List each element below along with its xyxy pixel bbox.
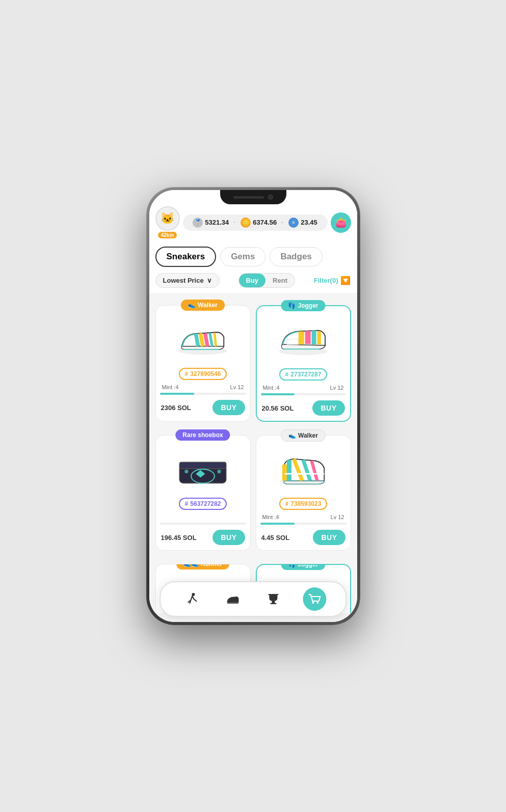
buy-button-4[interactable]: BUY <box>313 530 345 545</box>
hash-icon-3: # <box>185 500 189 507</box>
filter-button[interactable]: Filter(0) 🔽 <box>314 276 351 285</box>
svg-point-10 <box>184 470 188 473</box>
shoe-svg-4 <box>275 449 331 490</box>
run-icon <box>184 592 198 606</box>
jogger-icon-6: 👣 <box>288 564 296 568</box>
distance-badge: 42km <box>158 232 177 238</box>
sneakers-icon <box>225 592 239 606</box>
wallet-button[interactable]: 👛 <box>331 212 351 233</box>
nav-sneakers[interactable] <box>221 587 244 611</box>
currency-bar: 🥈 5321.34 🪙 6374.56 ≡ 23.45 <box>183 214 328 231</box>
card-bottom-1: 2306 SOL BUY <box>160 399 246 416</box>
shoe-card-3[interactable]: Rare shoebox <box>155 435 251 551</box>
tabs-container: Sneakers Gems Badges <box>155 247 351 267</box>
chevron-down-icon: ∨ <box>207 277 212 284</box>
svg-rect-7 <box>179 462 226 469</box>
sort-label: Lowest Price <box>163 277 204 284</box>
blue-value: 23.45 <box>301 219 317 226</box>
runner-icon-5: 👟👟 <box>183 564 199 567</box>
nav-marketplace[interactable] <box>303 587 327 611</box>
price-2: 20.56 SOL <box>262 404 294 412</box>
divider1 <box>234 222 235 223</box>
divider2 <box>282 222 283 223</box>
speaker <box>233 196 264 199</box>
tab-gems[interactable]: Gems <box>220 247 265 266</box>
card-bottom-4: 4.45 SOL BUY <box>260 529 347 546</box>
mint-bar-3 <box>160 523 246 525</box>
buy-toggle[interactable]: Buy <box>239 274 266 287</box>
shoe-svg-2 <box>275 319 331 360</box>
cart-icon <box>308 592 322 606</box>
camera <box>268 195 273 200</box>
shoe-stats-4: Mint :4 Lv 12 <box>260 513 347 521</box>
shoe-id-3: # 563727282 <box>179 498 227 510</box>
svg-rect-3 <box>305 331 311 344</box>
svg-rect-2 <box>299 332 304 345</box>
filter-label: Filter(0) <box>314 277 338 284</box>
shoe-image-1 <box>160 314 246 365</box>
trophy-icon <box>267 592 281 606</box>
walker-icon-1: 👟 <box>188 302 196 309</box>
buy-button-1[interactable]: BUY <box>212 400 245 415</box>
shoe-image-2 <box>261 314 346 365</box>
walker-badge-1: 👟 Walker <box>181 300 225 311</box>
svg-rect-4 <box>312 331 316 345</box>
blue-icon: ≡ <box>288 218 299 228</box>
notch <box>220 190 286 204</box>
nav-run[interactable] <box>179 587 203 611</box>
phone-screen: 🐱 42km 🥈 5321.34 🪙 6374.56 ≡ <box>149 190 357 622</box>
shoe-card-4[interactable]: 👟 Walker <box>256 435 351 551</box>
shoe-card-1[interactable]: 👟 Walker <box>155 305 251 422</box>
walker-badge-4: 👟 Walker <box>281 429 326 442</box>
shoe-svg-1 <box>175 319 231 360</box>
shoebox-badge-3: Rare shoebox <box>175 429 230 441</box>
nav-achievements[interactable] <box>262 587 285 611</box>
card-bottom-3: 196.45 SOL BUY <box>160 529 246 546</box>
bottom-nav <box>159 581 347 617</box>
silver-value: 5321.34 <box>205 219 229 226</box>
currency-gold: 🪙 6374.56 <box>241 218 277 228</box>
shoe-card-2[interactable]: 👣 Jogger <box>256 305 351 422</box>
shoe-id-4: # 738593023 <box>279 498 328 510</box>
shoe-image-4 <box>260 444 347 495</box>
shoe-id-1: # 327890546 <box>179 368 227 380</box>
buy-button-3[interactable]: BUY <box>212 530 245 545</box>
price-3: 196.45 SOL <box>161 534 197 542</box>
runner-badge-5: 👟👟 Runner <box>176 564 229 570</box>
price-1: 2306 SOL <box>161 404 191 412</box>
avatar-container: 🐱 42km <box>155 206 180 238</box>
hash-icon-1: # <box>185 370 189 377</box>
jogger-badge-6: 👣 Jogger <box>281 564 325 570</box>
tab-badges[interactable]: Badges <box>270 247 322 266</box>
shoe-svg-3 <box>175 449 231 490</box>
svg-rect-18 <box>272 594 276 595</box>
svg-rect-23 <box>271 603 277 604</box>
filter-bar: Lowest Price ∨ Buy Rent Filter(0) 🔽 <box>149 270 357 293</box>
currency-blue: ≡ 23.45 <box>288 218 317 228</box>
jogger-icon-2: 👣 <box>288 302 296 309</box>
buy-rent-toggle: Buy Rent <box>238 273 295 288</box>
buy-button-2[interactable]: BUY <box>312 400 344 416</box>
svg-point-11 <box>217 470 221 473</box>
sort-button[interactable]: Lowest Price ∨ <box>155 273 220 288</box>
hash-icon-4: # <box>285 500 289 507</box>
shoe-id-2: # 273727287 <box>279 368 328 381</box>
svg-point-24 <box>312 602 314 604</box>
silver-icon: 🥈 <box>193 218 203 228</box>
rent-toggle[interactable]: Rent <box>265 274 295 287</box>
svg-point-25 <box>317 602 319 604</box>
card-bottom-2: 20.56 SOL BUY <box>261 399 346 417</box>
gold-value: 6374.56 <box>253 219 277 226</box>
phone-frame: 🐱 42km 🥈 5321.34 🪙 6374.56 ≡ <box>146 187 360 625</box>
svg-rect-22 <box>272 601 275 603</box>
jogger-badge-2: 👣 Jogger <box>281 300 325 311</box>
app-screen: 🐱 42km 🥈 5321.34 🪙 6374.56 ≡ <box>149 190 357 622</box>
tab-bar: Sneakers Gems Badges <box>149 242 357 270</box>
shoe-image-3 <box>160 444 246 495</box>
price-4: 4.45 SOL <box>261 534 290 542</box>
hash-icon-2: # <box>285 371 289 378</box>
tab-sneakers[interactable]: Sneakers <box>155 247 217 267</box>
avatar[interactable]: 🐱 <box>155 206 180 231</box>
shoe-stats-1: Mint :4 Lv 12 <box>160 383 246 391</box>
mint-bar-2 <box>261 393 346 395</box>
